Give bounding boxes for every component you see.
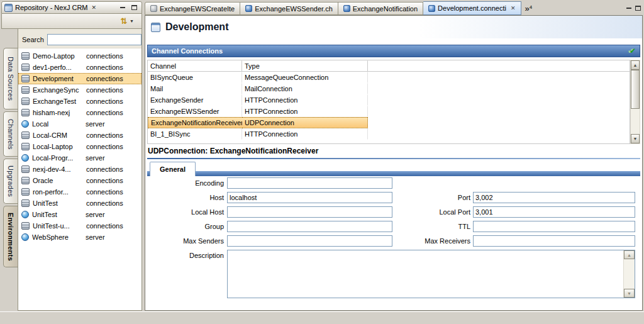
encoding-input[interactable] bbox=[227, 177, 392, 189]
channel-file-icon bbox=[428, 5, 435, 12]
application-window: Repository - NexJ CRM ✕ ⇅ ▼ Data Sources… bbox=[0, 0, 644, 324]
list-item[interactable]: WebSphereserver bbox=[18, 232, 142, 243]
list-item[interactable]: ExchangeSyncconnections bbox=[18, 84, 142, 96]
toolbar-menu-chevron-icon[interactable]: ▼ bbox=[130, 19, 134, 23]
scrollbar-thumb[interactable] bbox=[631, 70, 640, 109]
channel-file-icon bbox=[343, 5, 350, 12]
list-item[interactable]: UnitTestserver bbox=[18, 209, 142, 220]
item-name: Local-Progr... bbox=[32, 154, 86, 162]
editor-tabbar: ExchangeEWSCreateIteExchangeEWSSender.ch… bbox=[145, 1, 643, 15]
sidebar-tab-data-sources[interactable]: Data Sources bbox=[3, 48, 18, 109]
close-icon[interactable]: ✕ bbox=[91, 4, 98, 11]
channel-table-body: BISyncQueueMessageQueueConnectionMailMai… bbox=[148, 72, 630, 140]
item-type: connections bbox=[86, 131, 123, 139]
description-label: Description bbox=[163, 252, 224, 259]
sync-icon[interactable]: ⇅ bbox=[120, 17, 127, 25]
minimize-icon[interactable] bbox=[118, 4, 127, 12]
table-row[interactable]: BI_1_BISyncHTTPConnection bbox=[148, 128, 630, 140]
item-type: connections bbox=[86, 188, 123, 196]
empty-cell bbox=[368, 94, 630, 106]
sidebar-tab-channels[interactable]: Channels bbox=[3, 111, 18, 157]
table-row[interactable]: MailMailConnection bbox=[148, 83, 630, 94]
item-type: server bbox=[86, 120, 105, 128]
sidebar-tab-upgrades[interactable]: Upgrades bbox=[3, 159, 18, 204]
channel-cell: BISyncQueue bbox=[148, 72, 242, 83]
channel-file-icon bbox=[245, 5, 252, 12]
table-scrollbar[interactable]: ▲ ▼ bbox=[630, 60, 640, 144]
empty-cell bbox=[368, 128, 630, 140]
local-port-input[interactable] bbox=[473, 206, 635, 218]
scroll-up-icon[interactable]: ▲ bbox=[631, 60, 640, 70]
tab-overflow-chevron[interactable]: »4 bbox=[525, 4, 533, 13]
server-icon bbox=[21, 154, 29, 162]
scroll-up-icon[interactable]: ▲ bbox=[624, 250, 635, 259]
minimize-icon[interactable] bbox=[624, 4, 633, 13]
item-name: ExchangeTest bbox=[33, 98, 86, 105]
ttl-input[interactable] bbox=[473, 221, 635, 232]
empty-cell bbox=[368, 72, 630, 83]
connections-icon bbox=[21, 98, 30, 105]
server-icon bbox=[21, 120, 29, 128]
item-name: ExchangeSync bbox=[33, 86, 86, 94]
item-name: UnitTest bbox=[33, 199, 86, 207]
item-name: WebSphere bbox=[32, 233, 86, 241]
section-title: Channel Connections bbox=[152, 47, 223, 55]
table-row[interactable]: ExchangeNotificationReceiverUDPConnectio… bbox=[148, 117, 630, 128]
search-input[interactable] bbox=[47, 34, 142, 45]
description-scrollbar[interactable]: ▲ ▼ bbox=[623, 250, 635, 298]
editor-tab-development-connecti[interactable]: Development.connecti✕ bbox=[423, 1, 521, 15]
scroll-down-icon[interactable]: ▼ bbox=[624, 289, 635, 298]
list-item[interactable]: Demo-Laptopconnections bbox=[18, 50, 142, 62]
sidebar-tab-environments[interactable]: Environments bbox=[3, 206, 18, 267]
item-name: Local-Laptop bbox=[33, 143, 86, 150]
list-item[interactable]: Localserver bbox=[18, 118, 142, 130]
item-name: Local-CRM bbox=[33, 131, 86, 139]
local-host-label: Local Host bbox=[163, 208, 224, 216]
scroll-down-icon[interactable]: ▼ bbox=[631, 134, 640, 143]
editor-tab-exchangenotification[interactable]: ExchangeNotification bbox=[338, 2, 423, 15]
max-senders-input[interactable] bbox=[227, 235, 392, 247]
list-item[interactable]: ron-perfor...connections bbox=[18, 186, 142, 198]
host-input[interactable] bbox=[227, 192, 392, 203]
item-name: dev1-perfo... bbox=[33, 64, 86, 71]
list-item[interactable]: Local-Laptopconnections bbox=[18, 141, 142, 152]
maximize-icon[interactable] bbox=[633, 4, 643, 13]
close-icon[interactable]: ✕ bbox=[511, 5, 516, 11]
description-input[interactable]: ▲ ▼ bbox=[227, 250, 635, 298]
table-row[interactable]: BISyncQueueMessageQueueConnection bbox=[148, 72, 630, 83]
tab-general[interactable]: General bbox=[150, 162, 196, 176]
group-input[interactable] bbox=[227, 221, 392, 232]
table-row[interactable]: ExchangeSenderHTTPConnection bbox=[148, 94, 630, 106]
empty-cell bbox=[368, 83, 630, 94]
list-item[interactable]: dev1-perfo...connections bbox=[18, 62, 142, 73]
editor-tab-exchangeewscreateite[interactable]: ExchangeEWSCreateIte bbox=[145, 2, 240, 15]
list-item[interactable]: UnitTest-u...connections bbox=[18, 220, 142, 232]
max-receivers-input[interactable] bbox=[473, 235, 635, 247]
item-name: UnitTest bbox=[32, 211, 86, 218]
list-item[interactable]: hisham-nexjconnections bbox=[18, 107, 142, 118]
editor-tab-exchangeewssender-ch[interactable]: ExchangeEWSSender.ch bbox=[240, 2, 338, 15]
repository-toolbar: ⇅ ▼ bbox=[1, 14, 142, 29]
list-item[interactable]: UnitTestconnections bbox=[18, 198, 142, 209]
connections-icon bbox=[21, 52, 30, 60]
empty-cell bbox=[368, 117, 630, 128]
type-cell: HTTPConnection bbox=[242, 106, 368, 117]
item-type: connections bbox=[86, 222, 123, 230]
list-item[interactable]: ExchangeTestconnections bbox=[18, 96, 142, 107]
maximize-icon[interactable] bbox=[130, 4, 139, 12]
list-item[interactable]: Local-CRMconnections bbox=[18, 130, 142, 141]
list-item[interactable]: Oracleconnections bbox=[18, 175, 142, 186]
port-input[interactable] bbox=[473, 192, 635, 203]
check-front-icon: ✔ bbox=[630, 47, 636, 55]
tab-label: ExchangeEWSSender.ch bbox=[255, 5, 333, 13]
list-item[interactable]: nexj-dev-4...connections bbox=[18, 164, 142, 175]
connections-icon bbox=[21, 222, 30, 230]
tab-label: ExchangeNotification bbox=[353, 5, 418, 13]
table-row[interactable]: ExchangeEWSSenderHTTPConnection bbox=[148, 106, 630, 117]
list-item[interactable]: Local-Progr...server bbox=[18, 152, 142, 164]
connections-icon bbox=[21, 131, 30, 139]
validate-check-icon[interactable]: ✔ ✔ bbox=[628, 47, 636, 55]
local-host-input[interactable] bbox=[227, 206, 392, 218]
list-item[interactable]: Developmentconnections bbox=[18, 73, 142, 84]
tab-overflow-count: 4 bbox=[530, 4, 532, 10]
